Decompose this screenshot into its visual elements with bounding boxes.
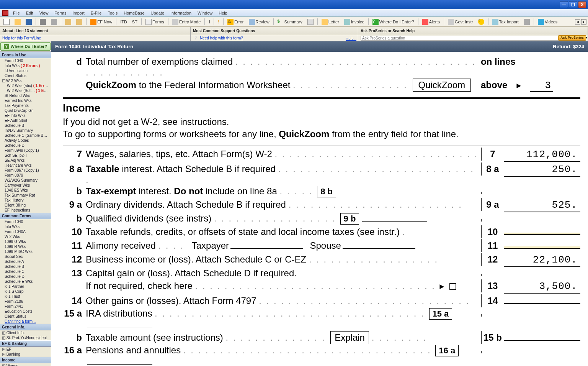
menu-homebase[interactable]: HomeBase	[121, 10, 147, 16]
sidebar-item[interactable]: EF Instructions	[0, 208, 51, 213]
menu-update[interactable]: Update	[148, 10, 167, 16]
bold-button[interactable]: I	[207, 18, 212, 26]
line11-value[interactable]	[504, 246, 580, 249]
sidebar-item[interactable]: Client Billing	[0, 203, 51, 208]
sidebar-item[interactable]: Sch SE, p2-T	[0, 153, 51, 158]
menu-forms[interactable]: Forms	[52, 10, 69, 16]
sidebar-item[interactable]: Schedule A	[0, 259, 51, 264]
sidebar-item[interactable]: Id Verification	[0, 68, 51, 73]
close-button[interactable]: X	[578, 1, 586, 8]
summary-button[interactable]: $Summary	[276, 18, 304, 26]
sidebar-item[interactable]: K-1 Trust	[0, 294, 51, 299]
sidebar-item[interactable]: W-2 Wks (abc) ( 1 Error )	[0, 83, 51, 88]
line14-value[interactable]	[504, 302, 580, 304]
sidebar-item[interactable]: Form 2106	[0, 299, 51, 304]
line10-value[interactable]	[504, 233, 580, 235]
line16a-input[interactable]	[87, 364, 152, 365]
section-forms-in-use[interactable]: −Forms In Use	[0, 52, 51, 58]
calc-button[interactable]	[305, 18, 315, 26]
line13-value[interactable]: 3,500.	[504, 280, 580, 294]
menu-edit[interactable]: Edit	[23, 10, 36, 16]
line7-value[interactable]: 112,000.	[504, 148, 580, 162]
itd-button[interactable]: ITD	[118, 18, 129, 26]
menu-help[interactable]: Help	[216, 10, 230, 16]
sidebar-item[interactable]: + St. Part-Yr./Nonresident	[0, 335, 51, 340]
sidebar-item[interactable]: W2/W2G Summary	[0, 178, 51, 183]
sidebar-item[interactable]: + Client Info.	[0, 330, 51, 335]
nav-next[interactable]: ►	[581, 19, 586, 25]
menu-import[interactable]: Import	[70, 10, 87, 16]
line9b-input[interactable]	[362, 221, 427, 222]
sidebar-item[interactable]: K-1 S Corp	[0, 289, 51, 294]
sidebar-item[interactable]: Form 8879	[0, 173, 51, 178]
sidebar-item[interactable]: Form 8867 (Copy 1)	[0, 168, 51, 173]
home-button[interactable]	[63, 18, 73, 26]
govt-button[interactable]: Govt Instr	[446, 18, 475, 26]
invoice-button[interactable]: Invoice	[342, 18, 366, 26]
line8a-value[interactable]: 250.	[504, 163, 580, 177]
section-general[interactable]: −General Info.	[0, 324, 51, 330]
sidebar-item[interactable]: Schedule B	[0, 264, 51, 269]
sidebar-item[interactable]: Activity Codes	[0, 138, 51, 143]
sidebar-item[interactable]: + EF	[0, 347, 51, 352]
menu-information[interactable]: Information	[168, 10, 194, 16]
sidebar-item[interactable]: Tax History	[0, 198, 51, 203]
sidebar-item[interactable]: W-2 Wks	[0, 234, 51, 239]
sidebar-item[interactable]: Client Status	[0, 314, 51, 319]
maximize-button[interactable]: ❐	[569, 1, 577, 8]
taximport-button[interactable]: Tax Import	[490, 18, 521, 26]
sidebar-item[interactable]: Schedule C	[0, 269, 51, 274]
sidebar-item[interactable]: Form 1040A	[0, 229, 51, 234]
tool-button[interactable]	[522, 18, 532, 26]
line11-taxpayer-input[interactable]	[230, 248, 303, 249]
need-help-link[interactable]: Need help with this form?	[200, 36, 243, 40]
menu-window[interactable]: Window	[195, 10, 215, 16]
sidebar-item[interactable]: 1099-G Wks	[0, 239, 51, 244]
print2-button[interactable]	[49, 18, 59, 26]
print-button[interactable]	[38, 18, 48, 26]
line8b-input[interactable]	[339, 194, 404, 194]
sidebar-item[interactable]: EF Auth Stmt	[0, 118, 51, 123]
st-button[interactable]: ST	[130, 18, 139, 26]
sidebar-item[interactable]: Schedule D	[0, 143, 51, 148]
line9a-value[interactable]: 525.	[504, 199, 580, 212]
sidebar-item[interactable]: Tax Summary Rpt	[0, 193, 51, 198]
help-form-link[interactable]: Help for this Form/Line	[2, 36, 41, 40]
line15a-input[interactable]	[87, 328, 152, 328]
line15b-value[interactable]	[504, 338, 580, 341]
save-button[interactable]	[24, 18, 34, 26]
minimize-button[interactable]: —	[560, 1, 568, 8]
section-common-forms[interactable]: −Common Forms	[0, 213, 51, 219]
sidebar-item[interactable]: Form 2441	[0, 304, 51, 309]
sidebar-item[interactable]: SE Adj Wks	[0, 158, 51, 163]
sidebar-item[interactable]: Schedule E Wks	[0, 279, 51, 284]
wheredo-button[interactable]: ?Where Do I Enter?	[371, 18, 416, 26]
sidebar-item[interactable]: Form 1040	[0, 219, 51, 224]
sidebar-item[interactable]: 1099-MISC Wks	[0, 249, 51, 254]
help-button[interactable]: ?	[476, 18, 486, 26]
sidebar-item[interactable]: Qual Div/Cap Gn	[0, 108, 51, 113]
sidebar-item[interactable]: W-2 Wks (Soft... ( 1 Error )	[0, 88, 51, 93]
explain-button[interactable]: Explain	[330, 331, 369, 344]
sidebar-item[interactable]: Earned Inc Wks	[0, 98, 51, 103]
section-ef-banking[interactable]: −EF & Banking	[0, 340, 51, 347]
nav-prev[interactable]: ◄	[575, 19, 580, 25]
sidebar-item[interactable]: Int/Div Summary	[0, 128, 51, 133]
entry-button[interactable]: Entry Mode	[170, 18, 203, 26]
sidebar-item[interactable]: + Banking	[0, 352, 51, 357]
sidebar-item[interactable]: EF Info Wks	[0, 113, 51, 118]
menu-view[interactable]: View	[37, 10, 51, 16]
menu-file[interactable]: File	[10, 10, 23, 16]
sidebar-item[interactable]: Schedule B	[0, 123, 51, 128]
efnow-button[interactable]: EF Now	[88, 18, 114, 26]
forms-button[interactable]: Forms	[144, 18, 166, 26]
more-link[interactable]: more...	[346, 37, 356, 41]
sidebar-item[interactable]: K-1 Partner	[0, 284, 51, 289]
search-input[interactable]	[361, 36, 585, 41]
sidebar-item[interactable]: Form 8949 (Copy 1)	[0, 148, 51, 153]
sidebar-item[interactable]: Info Wks	[0, 224, 51, 229]
sidebar-w2-hdr[interactable]: −W-2 Wks	[0, 78, 51, 83]
warn-button[interactable]: !	[216, 18, 221, 26]
sidebar-item[interactable]: + Wages	[0, 363, 51, 366]
sidebar-item[interactable]: Healthcare Wks	[0, 163, 51, 168]
